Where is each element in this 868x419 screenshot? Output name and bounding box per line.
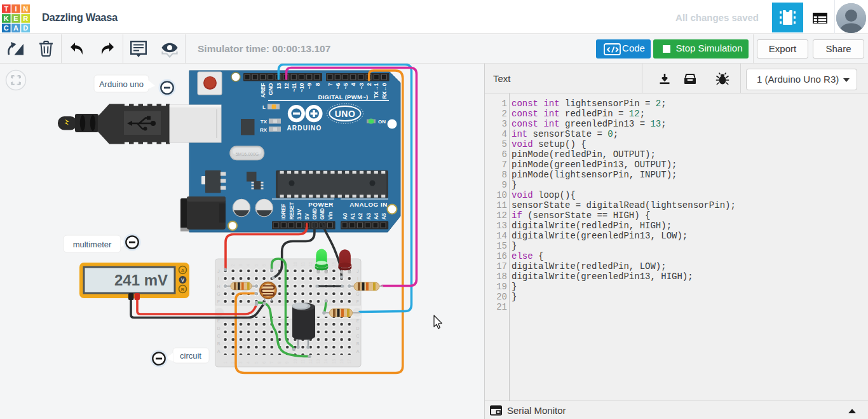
svg-text:GND: GND xyxy=(320,208,325,219)
svg-text:2: 2 xyxy=(231,264,235,266)
svg-text:TX: TX xyxy=(261,119,268,125)
svg-text:B: B xyxy=(217,341,220,346)
svg-text:RX: RX xyxy=(260,127,268,133)
svg-text:8: 8 xyxy=(315,83,321,86)
svg-text:7: 7 xyxy=(269,361,274,364)
svg-text:GND: GND xyxy=(312,208,318,219)
svg-text:11: 11 xyxy=(301,359,305,364)
svg-text:2: 2 xyxy=(366,83,372,86)
svg-text:3: 3 xyxy=(238,264,243,266)
svg-text:IOREF: IOREF xyxy=(281,203,287,219)
svg-text:E: E xyxy=(356,319,360,323)
svg-text:G: G xyxy=(356,292,359,296)
svg-text:circuit: circuit xyxy=(180,351,201,361)
svg-text:12: 12 xyxy=(308,261,313,266)
svg-text:5: 5 xyxy=(254,264,259,266)
svg-text:15: 15 xyxy=(332,359,336,364)
svg-text:C: C xyxy=(4,24,9,32)
svg-text:A: A xyxy=(13,24,18,32)
svg-text:13: 13 xyxy=(316,359,320,364)
svg-text:~10: ~10 xyxy=(299,83,305,92)
svg-text:13: 13 xyxy=(276,83,282,89)
svg-text:ARDUINO: ARDUINO xyxy=(287,125,322,132)
svg-text:F: F xyxy=(356,299,359,304)
svg-text:4: 4 xyxy=(246,264,250,266)
svg-text:3: 3 xyxy=(238,361,243,364)
svg-text:POWER: POWER xyxy=(308,201,334,208)
svg-text:5M16.000G: 5M16.000G xyxy=(236,152,259,156)
svg-text:15: 15 xyxy=(332,261,336,266)
svg-text:I: I xyxy=(218,277,219,281)
svg-text:8: 8 xyxy=(277,361,281,364)
svg-text:ANALOG IN: ANALOG IN xyxy=(349,201,387,208)
svg-text:~11: ~11 xyxy=(291,83,297,92)
svg-text:3.3V: 3.3V xyxy=(297,209,302,219)
svg-text:D: D xyxy=(23,24,28,32)
svg-text:E: E xyxy=(13,15,18,22)
svg-text:RX←0: RX←0 xyxy=(381,83,388,99)
svg-text:UNO: UNO xyxy=(335,109,356,119)
svg-text:A: A xyxy=(356,349,360,354)
svg-text:L: L xyxy=(262,104,266,110)
svg-text:9: 9 xyxy=(285,361,289,364)
svg-text:241 mV: 241 mV xyxy=(114,271,168,289)
svg-text:~9: ~9 xyxy=(306,83,313,89)
svg-text:GND: GND xyxy=(268,83,274,95)
svg-text:17: 17 xyxy=(347,359,351,364)
svg-text:4: 4 xyxy=(246,361,250,364)
svg-text:4: 4 xyxy=(350,83,356,86)
svg-text:G: G xyxy=(217,292,220,296)
svg-text:A3: A3 xyxy=(366,213,372,220)
svg-text:~6: ~6 xyxy=(335,83,341,89)
svg-text:V: V xyxy=(181,277,184,283)
svg-text:A2: A2 xyxy=(358,213,363,220)
svg-text:7: 7 xyxy=(327,83,334,86)
svg-text:16: 16 xyxy=(339,359,344,364)
svg-text:1: 1 xyxy=(223,361,227,364)
svg-text:A: A xyxy=(181,268,185,273)
svg-text:T: T xyxy=(4,5,8,13)
svg-text:A0: A0 xyxy=(342,213,348,220)
svg-text:D: D xyxy=(217,326,220,331)
svg-text:E: E xyxy=(217,319,220,323)
svg-text:5: 5 xyxy=(254,361,259,364)
svg-text:TX→1: TX→1 xyxy=(373,83,379,98)
svg-text:11: 11 xyxy=(301,262,305,266)
svg-text:10: 10 xyxy=(293,359,297,364)
svg-text:I: I xyxy=(15,5,17,13)
svg-text:R: R xyxy=(181,287,185,292)
svg-text:C: C xyxy=(217,334,220,338)
svg-text:6: 6 xyxy=(262,264,266,266)
svg-text:multimeter: multimeter xyxy=(73,240,112,249)
svg-text:I: I xyxy=(357,277,358,281)
svg-text:N: N xyxy=(23,5,28,13)
svg-text:RESET: RESET xyxy=(289,202,295,219)
svg-text:J: J xyxy=(356,269,359,273)
svg-text:F: F xyxy=(217,299,220,304)
svg-text:C: C xyxy=(356,334,359,338)
svg-text:2: 2 xyxy=(231,361,235,364)
svg-text:12: 12 xyxy=(283,83,290,89)
svg-text:DIGITAL (PWM~): DIGITAL (PWM~) xyxy=(318,93,368,100)
svg-text:A5: A5 xyxy=(381,213,387,220)
svg-text:H: H xyxy=(217,284,220,289)
svg-text:D: D xyxy=(356,326,359,331)
svg-text:~3: ~3 xyxy=(358,83,365,89)
svg-text:K: K xyxy=(4,15,9,22)
svg-text:A4: A4 xyxy=(374,213,379,220)
svg-text:10: 10 xyxy=(293,261,297,266)
svg-text:12: 12 xyxy=(308,359,313,364)
svg-text:Vin: Vin xyxy=(328,212,334,220)
svg-text:R: R xyxy=(23,15,28,22)
svg-text:A1: A1 xyxy=(350,213,356,220)
svg-text:AREF: AREF xyxy=(260,83,266,98)
svg-text:6: 6 xyxy=(262,361,266,364)
svg-text:ON: ON xyxy=(378,119,386,125)
svg-text:5V: 5V xyxy=(304,213,310,220)
svg-text:B: B xyxy=(356,341,360,346)
svg-text:J: J xyxy=(217,269,220,273)
svg-text:A: A xyxy=(217,349,220,354)
svg-text:14: 14 xyxy=(323,359,328,364)
svg-text:Arduino uno: Arduino uno xyxy=(99,79,144,89)
svg-text:~5: ~5 xyxy=(342,83,349,89)
